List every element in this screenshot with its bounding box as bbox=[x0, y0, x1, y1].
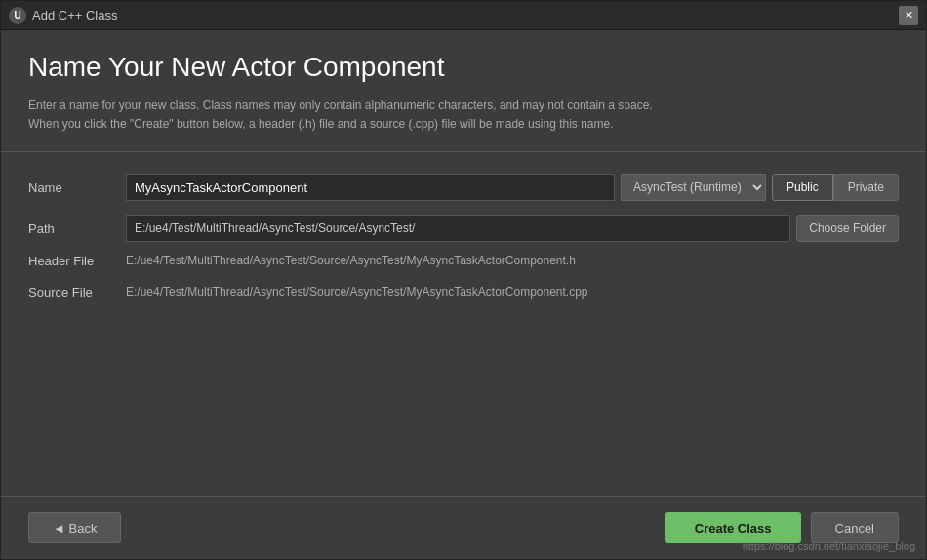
title-bar: U Add C++ Class ✕ bbox=[1, 1, 926, 30]
close-button[interactable]: ✕ bbox=[899, 6, 918, 25]
choose-folder-button[interactable]: Choose Folder bbox=[796, 215, 899, 242]
path-row: Path Choose Folder bbox=[28, 213, 899, 244]
main-window: U Add C++ Class ✕ Name Your New Actor Co… bbox=[0, 0, 927, 560]
name-input[interactable] bbox=[126, 174, 615, 201]
ue-logo: U bbox=[9, 7, 26, 24]
page-title: Name Your New Actor Component bbox=[28, 52, 899, 83]
header-file-value: E:/ue4/Test/MultiThread/AsyncTest/Source… bbox=[126, 254, 576, 267]
dialog-content: Name Your New Actor Component Enter a na… bbox=[1, 30, 926, 559]
description: Enter a name for your new class. Class n… bbox=[28, 97, 899, 134]
watermark: https://blog.csdn.net/tianxiaojie_blog bbox=[743, 540, 915, 552]
source-file-row: Source File E:/ue4/Test/MultiThread/Asyn… bbox=[28, 285, 899, 306]
name-row: Name AsyncTest (Runtime) Public Private bbox=[28, 172, 899, 203]
public-button[interactable]: Public bbox=[772, 174, 833, 201]
title-bar-left: U Add C++ Class bbox=[9, 7, 117, 24]
right-buttons: Create Class Cancel bbox=[665, 512, 899, 543]
header-file-row: Header File E:/ue4/Test/MultiThread/Asyn… bbox=[28, 254, 899, 275]
header-section: Name Your New Actor Component Enter a na… bbox=[1, 30, 926, 152]
name-input-group: AsyncTest (Runtime) Public Private bbox=[126, 174, 899, 201]
description-line2: When you click the "Create" button below… bbox=[28, 115, 899, 134]
source-file-value: E:/ue4/Test/MultiThread/AsyncTest/Source… bbox=[126, 285, 588, 299]
back-button[interactable]: ◄ Back bbox=[28, 512, 121, 543]
description-line1: Enter a name for your new class. Class n… bbox=[28, 97, 899, 115]
path-label: Path bbox=[28, 221, 126, 236]
private-button[interactable]: Private bbox=[833, 174, 899, 201]
access-group: Public Private bbox=[772, 174, 899, 201]
form-section: Name AsyncTest (Runtime) Public Private … bbox=[1, 152, 926, 326]
module-dropdown[interactable]: AsyncTest (Runtime) bbox=[621, 174, 766, 201]
path-input-group: Choose Folder bbox=[126, 215, 899, 242]
create-class-button[interactable]: Create Class bbox=[665, 512, 801, 543]
name-label: Name bbox=[28, 180, 126, 195]
cancel-button[interactable]: Cancel bbox=[811, 512, 899, 543]
logo-text: U bbox=[14, 10, 20, 20]
path-input[interactable] bbox=[126, 215, 790, 242]
source-file-label: Source File bbox=[28, 285, 126, 300]
header-file-label: Header File bbox=[28, 254, 126, 268]
window-title: Add C++ Class bbox=[32, 8, 117, 22]
